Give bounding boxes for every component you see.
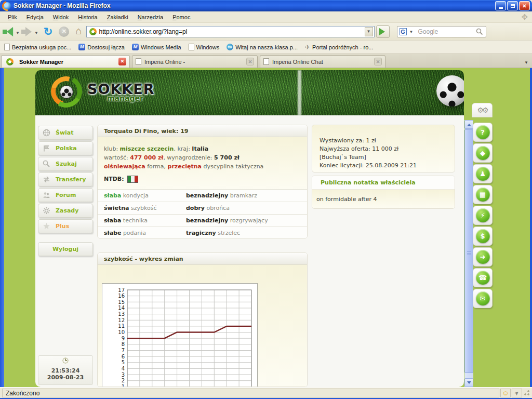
stop-icon[interactable]: ✕ [59, 26, 69, 37]
rail-player-icon[interactable]: ♟ [473, 164, 493, 183]
table-row: słaba kondycja beznadziejny bramkarz [98, 189, 307, 202]
italy-flag-icon [127, 176, 138, 183]
rail-economy-icon[interactable]: ➜ [473, 247, 493, 267]
sidebar-item-forum[interactable]: Forum [38, 188, 93, 202]
menu-widok[interactable]: Widok [48, 12, 74, 22]
restore-button[interactable] [507, 1, 518, 10]
sidebar-item-szukaj[interactable]: Szukaj [38, 157, 93, 171]
status-bar: Zakończono ☺ ➤ [0, 387, 532, 398]
sidebar-item-swiat[interactable]: Świat [38, 126, 93, 140]
sidebar-item-zasady[interactable]: Zasady [38, 204, 93, 218]
tab-sokker-manager[interactable]: Sokker Manager ✕ [1, 55, 130, 68]
minimize-button[interactable] [495, 1, 506, 10]
sokker-swirl-icon [50, 75, 82, 108]
sidebar-item-transfery[interactable]: Transfery [38, 172, 93, 187]
clock-time: 21:53:24 [38, 367, 92, 374]
site-favicon [89, 28, 97, 35]
title-bar: Sokker Manager - Mozilla Firefox ✕ [0, 0, 532, 11]
extension-icon[interactable]: ➤ [512, 389, 522, 397]
tab-imperia-online-chat[interactable]: Imperia Online Chat ✕ [260, 55, 385, 68]
rail-stadium-icon[interactable]: ▦ [473, 185, 493, 204]
menu-edycja[interactable]: Edycja [22, 12, 48, 22]
sidebar-item-polska[interactable]: Polska [38, 141, 93, 155]
windows-media-icon: M [132, 44, 139, 50]
skills-table: słaba kondycja beznadziejny bramkarz świ… [98, 189, 307, 238]
scroll-up-icon[interactable] [464, 120, 473, 129]
tab-imperia-online[interactable]: Imperia Online - ✕ [132, 55, 258, 68]
menu-zakladki[interactable]: Zakładki [102, 12, 133, 22]
page-scrollbar[interactable] [464, 120, 473, 387]
menubar-gear-icon[interactable]: ✥ [521, 12, 528, 22]
tab-strip: Sokker Manager ✕ Imperia Online - ✕ Impe… [0, 54, 532, 68]
home-icon[interactable]: ⌂ [75, 25, 82, 37]
table-row: słabe podania tragiczny strzelec [98, 227, 307, 238]
rail-mail-icon[interactable]: ✉ [473, 289, 493, 308]
rail-help-icon[interactable]: ? [473, 123, 493, 142]
engine-dropdown[interactable]: ▼ [409, 30, 414, 34]
bookmark-item[interactable]: MDostosuj łącza [78, 44, 125, 50]
url-text[interactable]: http://online.sokker.org/?lang=pl [99, 28, 365, 35]
url-bar[interactable]: http://online.sokker.org/?lang=pl ▼ [86, 26, 375, 37]
scroll-down-icon[interactable] [464, 378, 473, 387]
note-title: Publiczna notatka właściciela [312, 176, 455, 190]
menu-historia[interactable]: Historia [73, 12, 102, 22]
clock-date: 2009-08-23 [38, 374, 92, 381]
player-details: klub: miszcze szczecin, kraj: Italia war… [98, 137, 307, 189]
back-history-dropdown[interactable]: ▼ [16, 31, 20, 35]
svg-text:7: 7 [122, 348, 125, 353]
bookmark-item[interactable]: Bezpłatna usługa poc... [4, 44, 71, 50]
search-icon[interactable] [476, 28, 483, 35]
club-link[interactable]: miszcze szczecin [120, 145, 174, 152]
rules-gear-icon [43, 207, 50, 215]
msn-icon: M [78, 44, 85, 50]
rail-shield-icon[interactable]: ◆ [473, 143, 493, 163]
svg-text:12: 12 [118, 317, 125, 323]
tab-close-icon[interactable]: ✕ [118, 58, 126, 65]
transfer-arrows-icon [43, 176, 50, 183]
tab-favicon [6, 58, 14, 65]
skill-chart: 01234567891011121314151617 [102, 283, 258, 387]
search-input[interactable]: Google [418, 28, 475, 35]
settings-gear-icon[interactable]: ⚙⚙ [472, 103, 493, 117]
player-value-line: wartość: 477 000 zł, wynagrodzenie: 5 70… [104, 153, 307, 162]
go-button[interactable] [376, 25, 390, 38]
player-title: Torquato Di Fino, wiek: 19 [98, 125, 307, 137]
bookmark-item[interactable]: MWindows Media [132, 44, 181, 50]
svg-text:3: 3 [122, 372, 125, 378]
ntdb-line: NTDB: [104, 175, 307, 183]
reload-icon[interactable]: ↻ [44, 25, 53, 38]
resize-grip[interactable] [524, 390, 530, 396]
scrollbar-thumb[interactable] [464, 129, 473, 373]
tab-close-icon[interactable]: ✕ [374, 58, 382, 65]
menu-pomoc[interactable]: Pomoc [168, 12, 195, 22]
back-button[interactable] [3, 27, 13, 36]
search-bar[interactable]: G ▼ Google [397, 26, 486, 37]
auction-bidder[interactable]: [Buchaj`s Team] [320, 153, 455, 162]
tab-close-icon[interactable]: ✕ [246, 58, 254, 65]
tab-list-dropdown[interactable]: ▼ [522, 57, 531, 68]
bookmark-item[interactable]: ✈Portal podróżnych - ro... [305, 44, 373, 51]
forward-history-dropdown[interactable]: ▼ [34, 31, 38, 35]
menu-narzedzia[interactable]: Narzędzia [133, 12, 168, 22]
svg-text:6: 6 [122, 354, 125, 360]
sokker-logo[interactable]: SOKKER manager [50, 75, 154, 108]
bookmark-item[interactable]: nkWitaj na nasza-klasa.p... [227, 44, 298, 50]
game-clock: 21:53:24 2009-08-23 [38, 355, 93, 385]
google-engine-icon[interactable]: G [400, 28, 407, 35]
forward-button[interactable] [22, 27, 32, 36]
menu-plik[interactable]: Plik [3, 12, 22, 22]
clock-icon [61, 357, 70, 364]
logout-button[interactable]: Wyloguj [38, 242, 93, 256]
rail-phone-icon[interactable]: ☎ [473, 268, 493, 287]
close-button[interactable]: ✕ [519, 1, 530, 10]
svg-text:2: 2 [122, 378, 125, 383]
menu-bar: Plik Edycja Widok Historia Zakładki Narz… [0, 11, 532, 23]
rail-training-icon[interactable]: ⚡ [473, 206, 493, 225]
bookmark-item[interactable]: Windows [189, 44, 220, 50]
skill-chart-box: szybkość - wykres zmian 0123456789101112… [97, 252, 308, 387]
emoticon-extension-icon[interactable]: ☺ [500, 389, 511, 397]
sidebar-item-plus[interactable]: Plus [38, 219, 93, 233]
rail-finances-icon[interactable]: $ [473, 227, 493, 246]
player-club-line: klub: miszcze szczecin, kraj: Italia [104, 144, 307, 153]
url-dropdown[interactable]: ▼ [365, 27, 373, 36]
